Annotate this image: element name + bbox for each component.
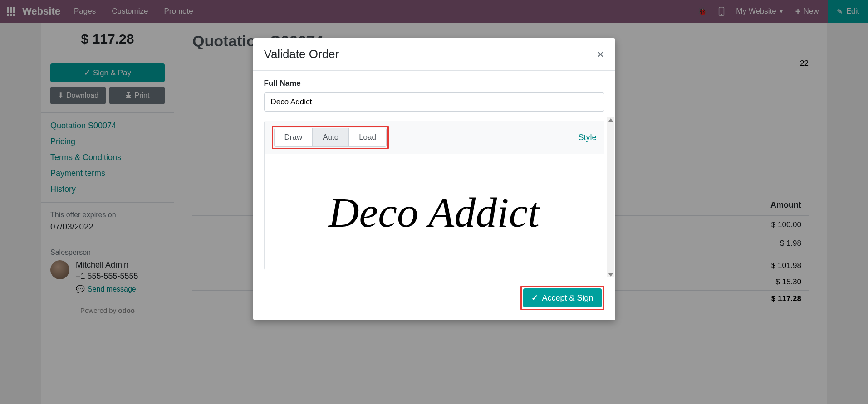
- tab-draw[interactable]: Draw: [275, 128, 313, 146]
- full-name-label: Full Name: [264, 79, 604, 88]
- scrollbar[interactable]: [607, 117, 614, 277]
- full-name-input[interactable]: [264, 92, 604, 112]
- tab-auto[interactable]: Auto: [313, 128, 349, 146]
- signature-canvas[interactable]: Deco Addict: [265, 154, 604, 270]
- close-icon[interactable]: ×: [597, 48, 604, 61]
- tab-highlight: Draw Auto Load: [272, 126, 389, 149]
- modal-title: Validate Order: [264, 47, 339, 61]
- validate-order-modal: Validate Order × Full Name Draw Auto Loa…: [253, 38, 615, 320]
- tab-load[interactable]: Load: [349, 128, 386, 146]
- accept-highlight: Accept & Sign: [520, 286, 604, 310]
- signature-panel: Draw Auto Load Style Deco Addict: [264, 121, 604, 270]
- signature-preview: Deco Addict: [329, 188, 540, 237]
- style-link[interactable]: Style: [578, 133, 596, 142]
- accept-sign-button[interactable]: Accept & Sign: [523, 288, 601, 307]
- check-icon: [531, 293, 538, 303]
